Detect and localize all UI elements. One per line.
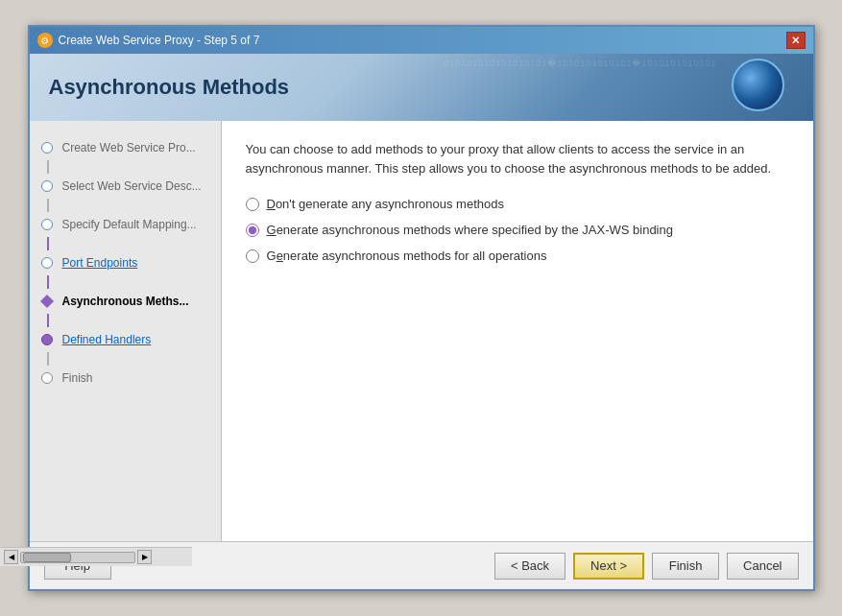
option3-label: Generate asynchronous methods for all op… xyxy=(267,249,547,263)
step6-icon xyxy=(39,332,55,347)
step5-diamond xyxy=(39,295,53,308)
app-icon: ⚙ xyxy=(37,33,53,48)
footer-buttons: < Back Next > Finish Cancel xyxy=(494,553,799,580)
step5-label: Asynchronous Meths... xyxy=(62,295,189,308)
sidebar-item-step1: Create Web Service Pro... xyxy=(30,135,221,160)
radio-group: Don't generate any asynchronous methods … xyxy=(246,197,789,263)
content-area: Create Web Service Pro... Select Web Ser… xyxy=(30,121,813,541)
header-banner: Asynchronous Methods xyxy=(30,54,813,121)
sidebar-item-step4[interactable]: Port Endpoints xyxy=(30,250,221,275)
step3-circle xyxy=(41,219,53,230)
option2-radio[interactable] xyxy=(246,224,259,237)
connector1 xyxy=(47,160,49,174)
sidebar-item-step2: Select Web Service Desc... xyxy=(30,174,221,199)
sidebar-item-step3: Specify Default Mapping... xyxy=(30,212,221,237)
title-bar: ⚙ Create Web Service Proxy - Step 5 of 7… xyxy=(30,27,813,54)
sidebar-item-step6[interactable]: Defined Handlers xyxy=(30,327,221,352)
step7-circle xyxy=(41,372,53,384)
connector6 xyxy=(47,352,49,366)
connector2 xyxy=(47,199,49,212)
step6-label[interactable]: Defined Handlers xyxy=(62,333,152,346)
sidebar-item-step5: Asynchronous Meths... xyxy=(30,289,221,314)
cancel-button[interactable]: Cancel xyxy=(727,553,798,580)
finish-button[interactable]: Finish xyxy=(652,553,719,580)
step4-circle xyxy=(41,257,53,269)
main-window: ⚙ Create Web Service Proxy - Step 5 of 7… xyxy=(28,25,815,591)
globe-graphic xyxy=(732,59,784,111)
sidebar: Create Web Service Pro... Select Web Ser… xyxy=(30,121,222,541)
step1-circle xyxy=(41,142,53,154)
page-title: Asynchronous Methods xyxy=(49,75,290,100)
step3-icon xyxy=(39,217,55,232)
step4-icon xyxy=(39,255,55,271)
connector4 xyxy=(47,275,49,289)
connector5 xyxy=(47,314,49,327)
step1-icon xyxy=(39,140,55,155)
window-title: Create Web Service Proxy - Step 5 of 7 xyxy=(59,34,260,47)
step3-label: Specify Default Mapping... xyxy=(62,218,197,231)
description-text: You can choose to add methods to your pr… xyxy=(246,140,789,178)
step4-label[interactable]: Port Endpoints xyxy=(62,256,138,270)
step2-circle xyxy=(41,180,53,192)
option2-label: Generate asynchronous methods where spec… xyxy=(267,223,673,237)
next-button[interactable]: Next > xyxy=(573,553,644,580)
step7-label: Finish xyxy=(62,371,93,385)
back-button[interactable]: < Back xyxy=(494,553,565,580)
step6-circle xyxy=(41,334,53,345)
main-content: You can choose to add methods to your pr… xyxy=(222,121,813,541)
step5-icon xyxy=(39,294,55,309)
step2-icon xyxy=(39,178,55,194)
step7-icon xyxy=(39,370,55,386)
close-button[interactable]: ✕ xyxy=(786,32,806,49)
option1-label: Don't generate any asynchronous methods xyxy=(267,197,504,211)
header-globe xyxy=(732,59,794,116)
connector3 xyxy=(47,237,49,250)
step2-label: Select Web Service Desc... xyxy=(62,179,202,193)
sidebar-item-step7: Finish xyxy=(30,366,221,391)
option1-item[interactable]: Don't generate any asynchronous methods xyxy=(246,197,789,211)
title-bar-left: ⚙ Create Web Service Proxy - Step 5 of 7 xyxy=(37,33,260,48)
option2-item[interactable]: Generate asynchronous methods where spec… xyxy=(246,223,789,237)
step1-label: Create Web Service Pro... xyxy=(62,141,196,154)
option1-radio[interactable] xyxy=(246,198,259,211)
option3-item[interactable]: Generate asynchronous methods for all op… xyxy=(246,249,789,263)
option3-radio[interactable] xyxy=(246,249,259,263)
